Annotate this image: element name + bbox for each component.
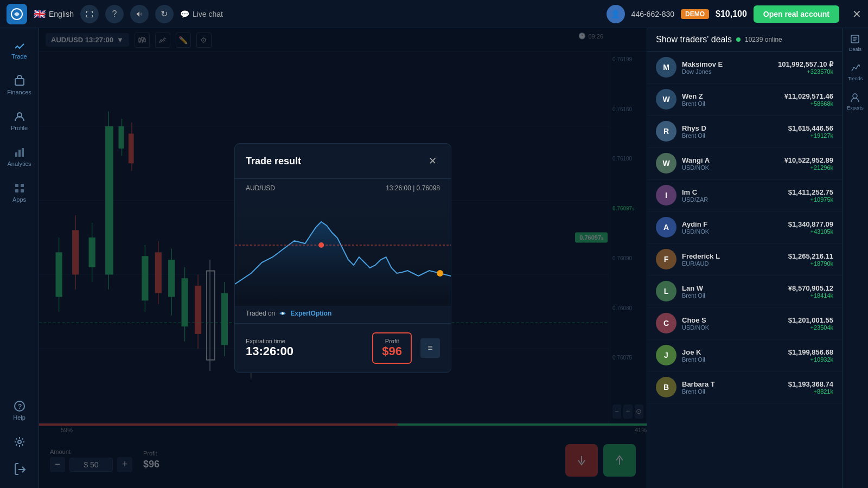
sidebar-left: Trade Finances Profile Analytics Apps [0, 28, 39, 488]
topbar: 🇬🇧 English ? ↻ 💬 Live chat 👤 446-662-830… [0, 0, 868, 28]
svg-rect-6 [15, 184, 18, 187]
profit-box-label: Profit [382, 338, 402, 344]
trader-info: Joe K Brent Oil [682, 348, 783, 363]
trader-name: Frederick L [682, 252, 783, 260]
trader-info: Im C USD/ZAR [682, 188, 783, 203]
app-logo[interactable] [7, 4, 27, 24]
trader-pair: USD/NOK [682, 324, 783, 331]
trader-item[interactable]: C Choe S USD/NOK $1,201,001.55 +23504k [647, 307, 842, 339]
sidebar-item-help[interactable]: ? Help [0, 394, 39, 427]
trader-stats: ¥8,570,905.12 +18414k [788, 284, 833, 299]
trader-avatar: L [656, 281, 676, 301]
svg-point-77 [318, 242, 324, 248]
trader-change: +10932k [788, 356, 833, 363]
trends-tab[interactable]: Trends [848, 63, 863, 81]
traders-panel-header[interactable]: Show traders' deals 10239 online [647, 28, 842, 52]
deals-tab[interactable]: Deals [849, 34, 861, 52]
trader-name: Joe K [682, 348, 783, 356]
modal-info: AUD/USD 13:26:00 | 0.76098 [235, 179, 451, 197]
trader-change: +19127k [788, 132, 833, 139]
trader-item[interactable]: J Joe K Brent Oil $1,199,856.68 +10932k [647, 339, 842, 371]
trader-info: Aydin F USD/NOK [682, 220, 783, 235]
modal-overlay[interactable]: Trade result ✕ AUD/USD 13:26:00 | 0.7609… [39, 28, 647, 488]
traded-on-label: Traded on [246, 310, 275, 317]
trader-avatar: B [656, 377, 676, 397]
trader-name: Aydin F [682, 220, 783, 228]
modal-time-price: 13:26:00 | 0.76098 [386, 184, 440, 192]
modal-menu-button[interactable]: ≡ [420, 338, 440, 358]
svg-point-78 [437, 270, 443, 277]
svg-point-12 [18, 440, 21, 444]
trader-item[interactable]: W Wangi A USD/NOK ¥10,522,952.89 +21296k [647, 147, 842, 179]
trader-item[interactable]: L Lan W Brent Oil ¥8,570,905.12 +18414k [647, 275, 842, 307]
trader-name: Lan W [682, 284, 783, 292]
sidebar-item-settings[interactable] [0, 429, 39, 454]
language-selector[interactable]: 🇬🇧 English [34, 8, 74, 20]
svg-rect-4 [18, 150, 21, 157]
trader-item[interactable]: A Aydin F USD/NOK $1,340,877.09 +43105k [647, 211, 842, 243]
open-real-account-button[interactable]: Open real account [754, 5, 839, 23]
svg-rect-9 [21, 189, 24, 192]
sidebar-item-profile[interactable]: Profile [0, 104, 39, 138]
trader-pair: Brent Oil [682, 388, 783, 395]
trader-avatar: W [656, 153, 676, 174]
sidebar-label-trade: Trade [11, 53, 27, 60]
trader-item[interactable]: M Maksimov E Dow Jones 101,992,557.10 ₽ … [647, 52, 842, 84]
close-button[interactable]: ✕ [852, 8, 861, 21]
traded-on: Traded on ExpertOption [235, 306, 451, 323]
trader-name: Im C [682, 188, 783, 196]
trader-change: +21296k [784, 164, 833, 171]
trader-name: Wen Z [682, 92, 779, 100]
live-chat-button[interactable]: 💬 Live chat [180, 10, 223, 18]
brand-label: ExpertOption [290, 310, 331, 317]
trader-item[interactable]: W Wen Z Brent Oil ¥11,029,571.46 +58668k [647, 84, 842, 115]
traders-list: M Maksimov E Dow Jones 101,992,557.10 ₽ … [647, 52, 842, 403]
help-button[interactable]: ? [105, 5, 124, 23]
profit-box-value: $96 [382, 344, 402, 358]
sound-button[interactable] [130, 5, 149, 23]
trends-label: Trends [848, 76, 863, 81]
trader-info: Lan W Brent Oil [682, 284, 783, 299]
trader-item[interactable]: F Frederick L EUR/AUD $1,265,216.11 +187… [647, 243, 842, 275]
trader-avatar: W [656, 89, 676, 110]
expiry-section: Expiration time 13:26:00 [246, 338, 363, 358]
trader-change: +18414k [788, 292, 833, 299]
trader-avatar: F [656, 249, 676, 269]
fullscreen-button[interactable] [80, 5, 99, 23]
trader-avatar: M [656, 57, 676, 78]
deals-label: Deals [849, 47, 861, 52]
modal-close-button[interactable]: ✕ [425, 153, 440, 169]
sidebar-label-profile: Profile [11, 125, 28, 131]
trader-info: Rhys D Brent Oil [682, 124, 783, 139]
experts-tab[interactable]: Experts [847, 92, 864, 111]
expiry-time: 13:26:00 [246, 344, 363, 358]
trader-change: +58668k [784, 100, 833, 107]
trader-amount: $1,201,001.55 [788, 316, 833, 324]
svg-rect-3 [15, 152, 17, 157]
trader-pair: USD/NOK [682, 164, 779, 171]
sidebar-label-analytics: Analytics [7, 160, 31, 167]
account-id: 446-662-830 [631, 10, 674, 18]
sidebar-item-analytics[interactable]: Analytics [0, 140, 39, 174]
trader-pair: EUR/AUD [682, 260, 783, 267]
user-avatar: 👤 [607, 5, 625, 23]
trader-item[interactable]: B Barbara T Brent Oil $1,193,368.74 +882… [647, 371, 842, 403]
trader-change: +43105k [788, 228, 833, 235]
sidebar-item-finances[interactable]: Finances [0, 68, 39, 102]
trader-item[interactable]: R Rhys D Brent Oil $1,615,446.56 +19127k [647, 115, 842, 147]
trader-item[interactable]: I Im C USD/ZAR $1,411,252.75 +10975k [647, 179, 842, 211]
account-type-badge: DEMO [681, 9, 709, 19]
trader-name: Wangi A [682, 156, 779, 164]
trader-avatar: I [656, 185, 676, 206]
trader-pair: USD/NOK [682, 228, 783, 235]
refresh-button[interactable]: ↻ [155, 5, 174, 23]
sidebar-item-trade[interactable]: Trade [0, 33, 39, 66]
trader-change: +323570k [778, 68, 833, 75]
sidebar-label-help: Help [13, 414, 25, 421]
trader-change: +23504k [788, 324, 833, 331]
trader-name: Rhys D [682, 124, 783, 132]
sidebar-item-apps[interactable]: Apps [0, 176, 39, 209]
trader-stats: ¥11,029,571.46 +58668k [784, 92, 833, 107]
sidebar-item-logout[interactable] [0, 457, 39, 481]
chat-icon: 💬 [180, 10, 189, 18]
